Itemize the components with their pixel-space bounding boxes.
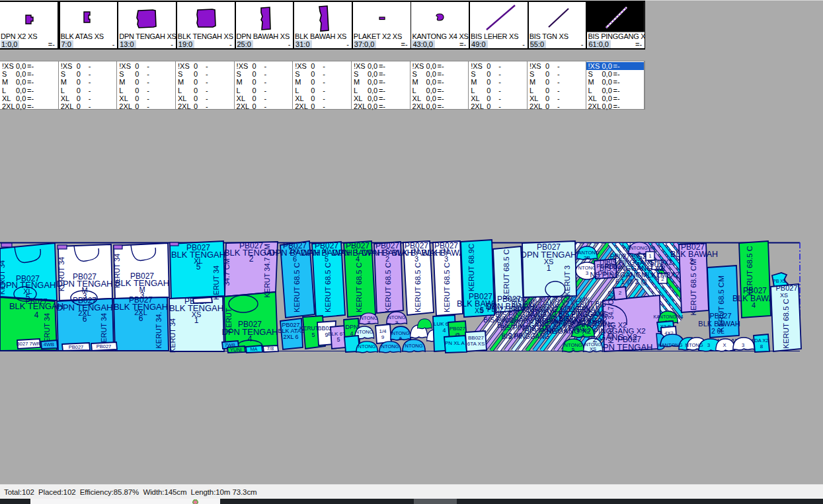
svg-text:2 6L: 2 6L (711, 328, 725, 335)
svg-text:XL: XL (323, 248, 331, 255)
svg-text:KERUT 34: KERUT 34 (113, 254, 121, 288)
svg-text:3: 3 (742, 342, 744, 348)
svg-text:3: 3 (707, 342, 710, 348)
svg-text:2XL 6: 2XL 6 (283, 334, 298, 340)
svg-text:KERUT 68.9C: KERUT 68.9C (467, 244, 475, 292)
svg-text:2: 2 (385, 255, 389, 263)
svg-text:PB X2: PB X2 (773, 279, 786, 283)
svg-text:BLK BAWAH: BLK BAWAH (698, 320, 740, 328)
svg-text:BLK BAWAH: BLK BAWAH (670, 250, 718, 259)
svg-text:NTONG: NTONG (686, 342, 703, 348)
svg-text:3: 3 (414, 255, 418, 263)
svg-text:5: 5 (196, 262, 201, 271)
svg-text:YUNI: YUNI (230, 347, 242, 353)
svg-text:PB027: PB027 (775, 284, 797, 292)
svg-text:KERUT 68.5 C: KERUT 68.5 C (324, 262, 332, 312)
svg-text:2 HF: 2 HF (508, 332, 523, 340)
svg-text:S: S (385, 248, 390, 255)
svg-text:5: 5 (311, 332, 315, 338)
svg-text:PB027: PB027 (97, 343, 112, 349)
svg-text:M: M (414, 248, 419, 255)
svg-text:M: M (444, 248, 449, 255)
svg-text:DPN TENGAH: DPN TENGAH (597, 342, 653, 352)
svg-text:BLK TENGAH: BLK TENGAH (9, 301, 63, 311)
svg-text:5: 5 (325, 255, 329, 263)
svg-text:KERUT 68.5 C: KERUT 68.5 C (293, 262, 301, 312)
svg-text:PB027: PB027 (69, 344, 84, 350)
svg-text:KANTONG: KANTONG (495, 317, 523, 324)
svg-text:KANTONG: KANTONG (658, 342, 683, 348)
svg-text:PB027: PB027 (709, 312, 731, 320)
svg-text:4: 4 (248, 334, 253, 343)
svg-text:NTONG: NTONG (356, 329, 373, 335)
svg-text:L: L (356, 248, 360, 255)
svg-text:4: 4 (752, 301, 756, 309)
svg-text:KERUT 68.5 C: KERUT 68.5 C (443, 262, 451, 312)
svg-text:DA X2: DA X2 (754, 338, 768, 343)
svg-text:MA: MA (250, 346, 257, 352)
svg-text:34.7 CM: 34.7 CM (223, 258, 231, 286)
svg-text:KERUT 34: KERUT 34 (212, 266, 220, 300)
svg-text:NTONG: NTONG (405, 343, 423, 349)
svg-text:2: 2 (395, 320, 399, 326)
svg-text:KERUT 68.5 C: KERUT 68.5 C (414, 262, 422, 312)
svg-text:6: 6 (399, 336, 403, 342)
svg-text:2: 2 (249, 254, 254, 264)
svg-text:KERUT 68.5 C: KERUT 68.5 C (355, 262, 363, 312)
svg-text:BB027: BB027 (468, 335, 485, 341)
svg-text:2: 2 (619, 290, 622, 296)
svg-text:6 1 @ 2 @: 6 1 @ 2 @ (615, 278, 647, 285)
svg-text:6: 6 (293, 255, 297, 263)
svg-text:KERUT 68.5 C: KERUT 68.5 C (782, 299, 790, 349)
svg-text:XS: XS (780, 292, 788, 299)
svg-text:PINGGANGX2 PING: PINGGANGX2 PING (523, 325, 585, 332)
svg-text:4: 4 (442, 327, 446, 334)
svg-text:X: X (723, 342, 726, 348)
svg-text:KERUT 34: KERUT 34 (0, 260, 6, 295)
svg-text:6: 6 (83, 314, 87, 324)
svg-text:KERUT 68.5 CM: KERUT 68.5 CM (689, 259, 697, 315)
svg-text:PB027: PB027 (605, 263, 625, 270)
svg-text:KERUT: KERUT (225, 308, 233, 333)
svg-text:B027 7WR: B027 7WR (17, 341, 41, 347)
svg-text:PN XL A: PN XL A (445, 340, 465, 346)
svg-text:KANTONG X4: KANTONG X4 (654, 314, 684, 319)
svg-text:BIS PIN: BIS PIN (500, 324, 524, 332)
svg-text:2B: 2B (584, 255, 590, 261)
svg-text:3: 3 (444, 255, 448, 263)
svg-text:4WB: 4WB (44, 342, 54, 347)
svg-text:9: 9 (381, 334, 385, 340)
svg-text:1: 1 (194, 316, 199, 325)
svg-text:KERUT 34.: KERUT 34. (155, 312, 163, 348)
svg-text:KERUT 68.5 C: KERUT 68.5 C (384, 262, 392, 312)
svg-text:5: 5 (480, 306, 484, 314)
svg-text:2: 2 (368, 320, 371, 326)
svg-text:5: 5 (572, 347, 575, 353)
svg-text:GANG X2: GANG X2 (599, 332, 637, 342)
svg-text:3: 3 (586, 270, 589, 276)
svg-text:2XL: 2XL (289, 248, 301, 255)
svg-text:2: 2 (593, 335, 598, 344)
svg-text:5: 5 (336, 336, 340, 343)
svg-text:4: 4 (34, 310, 39, 320)
svg-text:PB027: PB027 (450, 326, 466, 332)
svg-text:KERUT 68.5 C: KERUT 68.5 C (502, 249, 510, 299)
svg-text:4: 4 (356, 255, 360, 263)
svg-text:8: 8 (760, 343, 764, 349)
svg-text:1: 1 (547, 264, 551, 273)
svg-text:1/4: 1/4 (379, 328, 387, 334)
svg-text:XS: XS (590, 346, 596, 352)
svg-text:KERUT 34: KERUT 34 (169, 318, 176, 353)
svg-text:NTONG: NTONG (381, 343, 399, 349)
svg-text:6: 6 (139, 314, 143, 323)
svg-text:KERUT 34: KERUT 34 (58, 257, 65, 291)
svg-text:1: 1 (648, 253, 652, 259)
svg-text:6TA XS: 6TA XS (467, 341, 485, 347)
svg-text:NTONG: NTONG (358, 343, 376, 349)
svg-text:7/8: 7/8 (267, 345, 274, 351)
